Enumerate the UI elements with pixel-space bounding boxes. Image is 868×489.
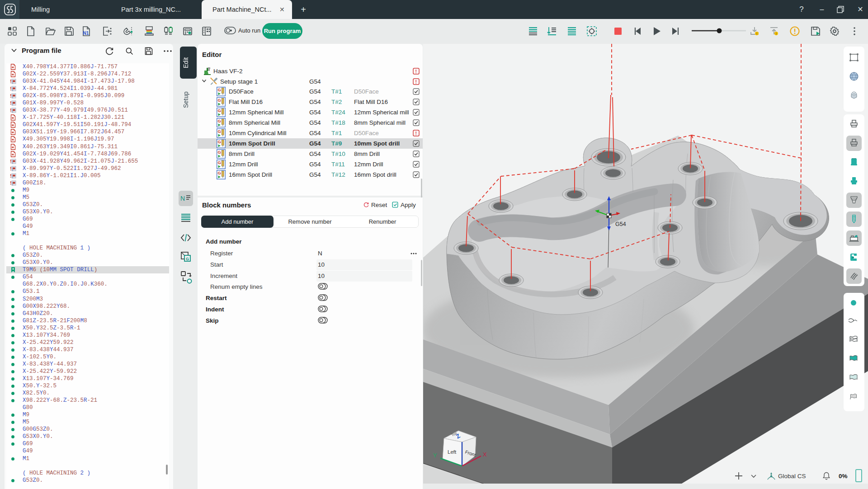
svg-text:N: N: [180, 195, 185, 202]
svg-text:G54: G54: [615, 221, 626, 227]
svg-text:G: G: [186, 257, 189, 261]
svg-text:N1: N1: [83, 31, 89, 36]
svg-text:X: X: [483, 451, 487, 458]
svg-text:Y: Y: [433, 452, 437, 459]
svg-text:!: !: [756, 32, 757, 35]
svg-text:!: !: [776, 32, 777, 35]
svg-text:Left: Left: [448, 449, 457, 455]
